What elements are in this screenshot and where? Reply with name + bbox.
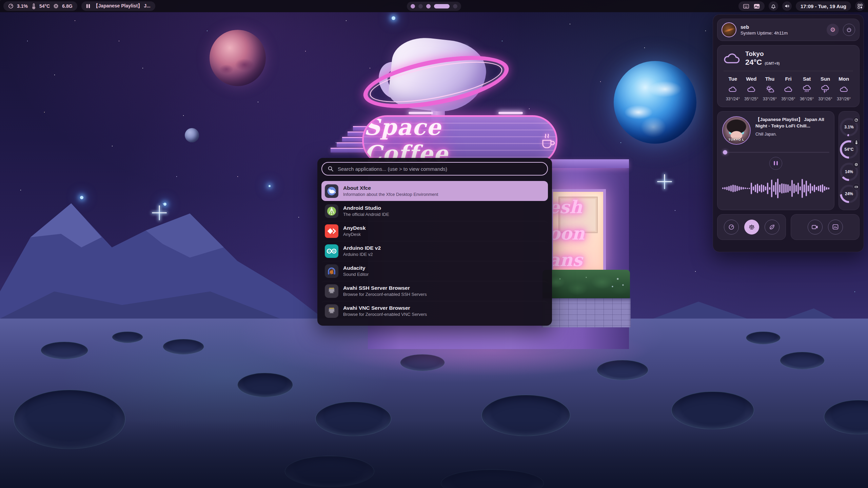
sign-light [409,112,433,114]
android-studio-icon [325,204,338,218]
cloud-icon [728,85,737,94]
track-title: 【Japanese Playlist】 Japan All Night - To… [755,116,829,129]
forecast-day: Wed 35°/25° [742,76,761,101]
memory-chip-icon [853,161,860,168]
app-name: AnyDesk [343,225,366,232]
power-profiles-card [717,214,786,240]
weather-temperature: 24°C [745,58,762,67]
workspace-dot[interactable] [418,4,423,8]
cloud-icon [724,52,741,64]
app-row-avahi-vnc[interactable]: Avahi VNC Server Browser Browse for Zero… [321,301,548,321]
waveform [722,172,829,205]
planter-wall [542,298,631,327]
forecast-day: Sun 33°/26° [816,76,835,101]
username: seb [741,24,823,30]
app-name: Android Studio [343,205,389,212]
performance-profile-button[interactable] [724,220,739,235]
seek-track [722,152,829,153]
tray-pill[interactable] [738,1,765,11]
cloud-icon [747,85,756,94]
workspace-dot[interactable] [434,4,450,8]
cafe-window: esh oon ans [550,189,606,273]
storm-icon [821,85,830,94]
track-artist: Chill Japan. [755,132,829,137]
app-row-android-studio[interactable]: Android Studio The official Android IDE [321,201,548,221]
xfce-icon [325,184,338,198]
memory-gauge: 14% [840,163,858,181]
notifications-button[interactable] [769,1,778,11]
workspace-indicator[interactable] [407,2,461,11]
memory-usage: 6.8G [62,3,72,9]
app-row-arduino[interactable]: Arduino IDE v2 Arduino IDE v2 [321,241,548,261]
audacity-icon [325,264,338,278]
workspace-dot[interactable] [453,4,457,8]
app-row-about-xfce[interactable]: About Xfce Information about the Xfce De… [321,181,548,201]
clock-pill[interactable]: 17:09 - Tue, 19 Aug [796,1,851,11]
system-stats-group: 3.1% 54°C 6.8G 【Japanese Playlist】 J... [3,1,155,11]
media-pill[interactable]: 【Japanese Playlist】 J... [81,1,155,11]
network-port-icon [325,284,338,298]
forecast-day: Thu 33°/26° [761,76,779,101]
album-art[interactable]: TOKYO L [722,116,751,145]
user-card: seb System Uptime: 4h11m ⚙ [717,19,860,41]
play-pause-button[interactable] [769,157,782,170]
balanced-profile-button[interactable] [744,220,759,235]
system-stats-pill[interactable]: 3.1% 54°C 6.8G [3,1,77,11]
leaf-icon [769,224,775,230]
app-desc: Sound Editor [343,272,369,278]
sign-light [498,112,523,114]
weather-card: Tokyo 24°C (GMT+9) Tue 33°/24° Wed [717,45,860,107]
memory-chip-icon [53,3,59,9]
system-gauges-card: 3.1% 54°C 14% 24% [839,111,860,210]
seek-handle[interactable] [723,150,727,155]
app-desc: Information about the Xfce Desktop Envir… [343,192,438,198]
seek-bar[interactable] [722,150,829,154]
workspace-dot[interactable] [426,4,431,8]
thermometer-icon [853,139,860,146]
app-row-audacity[interactable]: Audacity Sound Editor [321,261,548,281]
keyboard-layout-icon [743,4,749,9]
speedometer-icon [728,224,734,230]
system-tray-group: 17:09 - Tue, 19 Aug [738,1,865,11]
control-panel: seb System Uptime: 4h11m ⚙ Tokyo 24°C (G… [713,14,864,252]
screen-record-button[interactable] [808,220,823,235]
search-bar[interactable] [321,162,548,176]
cloud-icon [840,85,848,94]
settings-button[interactable]: ⚙ [827,24,839,36]
app-name: About Xfce [343,185,438,192]
avatar[interactable] [722,22,736,37]
clock: 17:09 - Tue, 19 Aug [801,3,846,9]
speaker-icon [784,3,790,9]
power-saver-profile-button[interactable] [765,220,780,235]
screenshot-icon [832,224,839,230]
overview-button[interactable] [855,1,865,11]
scales-icon [749,224,755,230]
app-desc: The official Android IDE [343,212,389,218]
forecast-day: Fri 35°/26° [779,76,798,101]
app-name: Arduino IDE v2 [343,245,381,252]
search-input[interactable] [338,166,542,172]
media-label: 【Japanese Playlist】 J... [94,3,151,9]
cloud-icon [784,85,793,94]
app-desc: Browse for Zeroconf-enabled SSH Servers [343,292,427,298]
forecast-row: Tue 33°/24° Wed 35°/25° Thu 33°/26° Fri [724,76,853,101]
forecast-day: Mon 33°/26° [834,76,853,101]
app-row-avahi-ssh[interactable]: Avahi SSH Server Browser Browse for Zero… [321,281,548,301]
power-button[interactable] [843,24,855,36]
workspace-dot[interactable] [411,4,415,8]
app-name: Avahi SSH Server Browser [343,285,427,292]
app-list: About Xfce Information about the Xfce De… [321,181,548,321]
screenshot-button[interactable] [828,220,843,235]
capture-tools-card [791,214,860,240]
app-row-anydesk[interactable]: AnyDesk AnyDesk [321,221,548,241]
disk-gauge: 24% [840,185,858,203]
volume-button[interactable] [782,1,792,11]
top-bar: 3.1% 54°C 6.8G 【Japanese Playlist】 J... [0,0,868,12]
app-desc: Browse for Zeroconf-enabled VNC Servers [343,312,427,318]
cpu-gauge-icon [853,117,860,123]
desktop: esh oon ans Space Coffee [0,0,868,488]
anydesk-icon [325,224,338,238]
app-desc: Arduino IDE v2 [343,252,381,258]
app-desc: AnyDesk [343,232,366,238]
app-name: Avahi VNC Server Browser [343,305,427,312]
